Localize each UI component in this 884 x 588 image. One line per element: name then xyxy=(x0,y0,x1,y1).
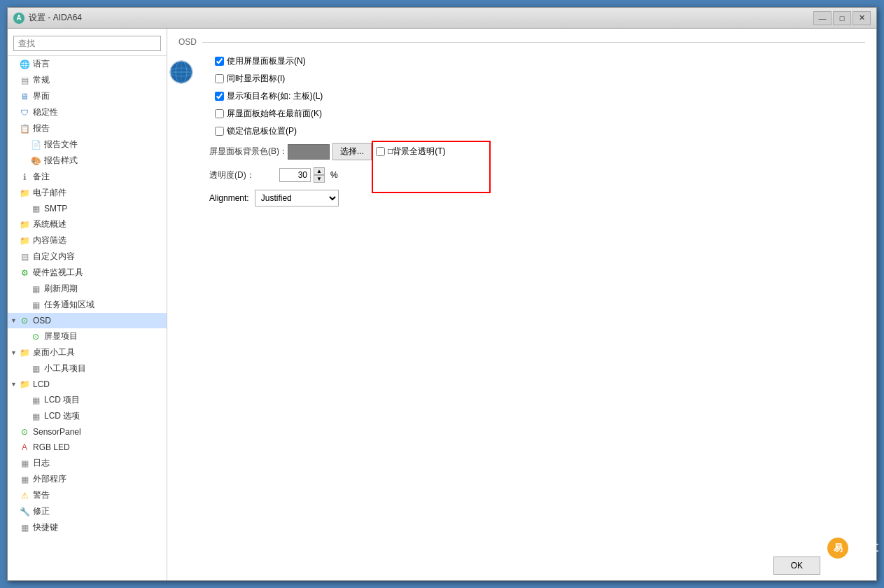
show-names-checkbox[interactable] xyxy=(215,92,224,101)
bgcolor-row: 屏显面板背景色(B)： 选择... □背景全透明(T) xyxy=(178,143,865,160)
tree-item-label: 报告 xyxy=(33,122,50,134)
tree-item-label: 外部程序 xyxy=(33,473,66,485)
show-names-label[interactable]: 显示项目名称(如: 主板)(L) xyxy=(215,90,323,102)
window-content: 🌐语言 ▤常规 🖥界面 🛡稳定性 📋报告 📄报告文件 🎨报告样式 ℹ备注 📁电子… xyxy=(8,29,876,580)
search-box xyxy=(8,31,167,56)
always-top-checkbox[interactable] xyxy=(215,109,224,118)
select-color-button[interactable]: 选择... xyxy=(332,143,372,160)
tree-item-icon: ▦ xyxy=(30,203,41,214)
tree-item-label: 语言 xyxy=(33,58,50,70)
tree-arrow: ▼ xyxy=(10,381,19,388)
always-top-text: 屏显面板始终在最前面(K) xyxy=(227,108,322,120)
tree-item-label: 报告文件 xyxy=(44,139,78,150)
close-button[interactable]: ✕ xyxy=(853,11,871,25)
minimize-button[interactable]: — xyxy=(813,11,832,25)
sidebar-item-report-style[interactable]: 🎨报告样式 xyxy=(8,153,167,169)
bg-trans-text: □背景全透明(T) xyxy=(388,146,446,158)
sidebar-item-osd-items[interactable]: ⊙屏显项目 xyxy=(8,328,167,344)
sidebar-item-ui[interactable]: 🖥界面 xyxy=(8,88,167,104)
bgcolor-label: 屏显面板背景色(B)： xyxy=(209,146,288,158)
option-show-names: 显示项目名称(如: 主板)(L) xyxy=(209,90,865,102)
sidebar-item-desktop-items[interactable]: ▦小工具项目 xyxy=(8,360,167,377)
tree-item-icon: 📁 xyxy=(19,347,30,358)
bg-trans-checkbox-label[interactable]: □背景全透明(T) xyxy=(376,146,446,158)
option-always-top: 屏显面板始终在最前面(K) xyxy=(209,108,865,120)
tree-container: 🌐语言 ▤常规 🖥界面 🛡稳定性 📋报告 📄报告文件 🎨报告样式 ℹ备注 📁电子… xyxy=(8,56,167,536)
always-top-label[interactable]: 屏显面板始终在最前面(K) xyxy=(215,108,322,120)
sidebar-item-lang[interactable]: 🌐语言 xyxy=(8,56,167,72)
sidebar-item-desktop[interactable]: ▼📁桌面小工具 xyxy=(8,344,167,360)
use-osd-label[interactable]: 使用屏显面板显示(N) xyxy=(215,55,306,67)
sidebar-item-system[interactable]: 📁系统概述 xyxy=(8,216,167,232)
search-input[interactable] xyxy=(13,36,161,51)
sidebar-item-stability[interactable]: 🛡稳定性 xyxy=(8,104,167,120)
show-icons-label[interactable]: 同时显示图标(I) xyxy=(215,73,285,85)
sidebar-item-email[interactable]: 📁电子邮件 xyxy=(8,185,167,201)
tree-item-label: 刷新周期 xyxy=(44,283,78,295)
tree-item-icon: 📁 xyxy=(19,379,30,390)
tree-item-label: 自定义内容 xyxy=(33,251,75,262)
sidebar-item-lcd[interactable]: ▼📁LCD xyxy=(8,377,167,392)
sidebar-item-general[interactable]: ▤常规 xyxy=(8,72,167,88)
lock-pos-checkbox[interactable] xyxy=(215,127,224,136)
tree-item-icon: 📁 xyxy=(19,219,30,230)
sidebar-item-smtp[interactable]: ▦SMTP xyxy=(8,201,167,216)
sidebar-item-log[interactable]: ▦日志 xyxy=(8,455,167,471)
sidebar-item-sensor[interactable]: ⊙SensorPanel xyxy=(8,424,167,440)
tree-item-icon: 📋 xyxy=(19,123,30,134)
sidebar-item-lcd-options[interactable]: ▦LCD 选项 xyxy=(8,408,167,424)
tree-item-icon: ⊙ xyxy=(19,426,30,438)
tree-item-icon: ⚙ xyxy=(19,267,30,279)
tree-item-label: 硬件监视工具 xyxy=(33,267,83,279)
sidebar-item-hotkey[interactable]: ▦快捷键 xyxy=(8,519,167,536)
options-container: 使用屏显面板显示(N) 同时显示图标(I) 显示项目名称(如: 主板)(L) xyxy=(178,55,865,137)
use-osd-checkbox[interactable] xyxy=(215,57,224,66)
sidebar-item-warn[interactable]: ⚠警告 xyxy=(8,487,167,503)
sidebar-item-fix[interactable]: 🔧修正 xyxy=(8,503,167,519)
sidebar-item-report-file[interactable]: 📄报告文件 xyxy=(8,136,167,153)
sidebar-item-rgb[interactable]: ARGB LED xyxy=(8,440,167,455)
sidebar-item-report[interactable]: 📋报告 xyxy=(8,120,167,136)
sidebar-item-refresh[interactable]: ▦刷新周期 xyxy=(8,281,167,297)
tree-item-label: 快捷键 xyxy=(33,522,58,533)
bgcolor-preview xyxy=(288,144,330,160)
sidebar-item-hw[interactable]: ⚙硬件监视工具 xyxy=(8,265,167,281)
tree-item-label: 桌面小工具 xyxy=(33,346,75,358)
opacity-unit: % xyxy=(330,170,338,180)
tree-item-label: 屏显项目 xyxy=(44,330,78,342)
tree-item-icon: 🔧 xyxy=(19,506,30,517)
tree-item-icon: ▤ xyxy=(19,251,30,262)
spinner-up[interactable]: ▲ xyxy=(314,167,325,175)
dialog-buttons: OK xyxy=(773,556,820,575)
alignment-select[interactable]: Justified Left Center Right xyxy=(255,190,339,206)
tree-item-icon: ℹ xyxy=(19,172,30,183)
spinner-buttons: ▲ ▼ xyxy=(314,167,325,183)
sidebar-item-osd[interactable]: ▼⊙OSD xyxy=(8,313,167,328)
sidebar-item-lcd-items[interactable]: ▦LCD 项目 xyxy=(8,392,167,408)
opacity-row: 透明度(D)： ▲ ▼ % xyxy=(178,167,865,183)
sidebar-item-filter[interactable]: 📁内容筛选 xyxy=(8,232,167,248)
alignment-row: Alignment: Justified Left Center Right xyxy=(178,190,865,206)
tree-item-icon: ▦ xyxy=(19,522,30,533)
sidebar-item-notifarea[interactable]: ▦任务通知区域 xyxy=(8,297,167,313)
tree-item-label: 界面 xyxy=(33,90,50,102)
spinner-down[interactable]: ▼ xyxy=(314,175,325,183)
sidebar-item-custom[interactable]: ▤自定义内容 xyxy=(8,248,167,265)
sidebar-item-notes[interactable]: ℹ备注 xyxy=(8,169,167,185)
bg-trans-checkbox[interactable] xyxy=(376,147,385,156)
lock-pos-label[interactable]: 锁定信息板位置(P) xyxy=(215,125,297,137)
tree-item-icon: 🎨 xyxy=(30,155,41,167)
show-icons-checkbox[interactable] xyxy=(215,74,224,83)
tree-item-label: 任务通知区域 xyxy=(44,299,94,311)
opacity-input[interactable] xyxy=(279,168,311,182)
maximize-button[interactable]: □ xyxy=(833,11,851,25)
tree-item-icon: ⊙ xyxy=(19,315,30,326)
option-show-icons: 同时显示图标(I) xyxy=(209,73,865,85)
sidebar-item-extprog[interactable]: ▦外部程序 xyxy=(8,471,167,487)
tree-item-label: LCD xyxy=(33,379,50,389)
main-panel: OSD 使用屏显面板显示(N) xyxy=(167,29,876,580)
watermark-badge: 易 xyxy=(827,538,848,559)
bg-trans-label: □背景全透明(T) xyxy=(376,146,446,158)
tree-item-label: OSD xyxy=(33,316,51,326)
ok-button[interactable]: OK xyxy=(773,556,820,575)
